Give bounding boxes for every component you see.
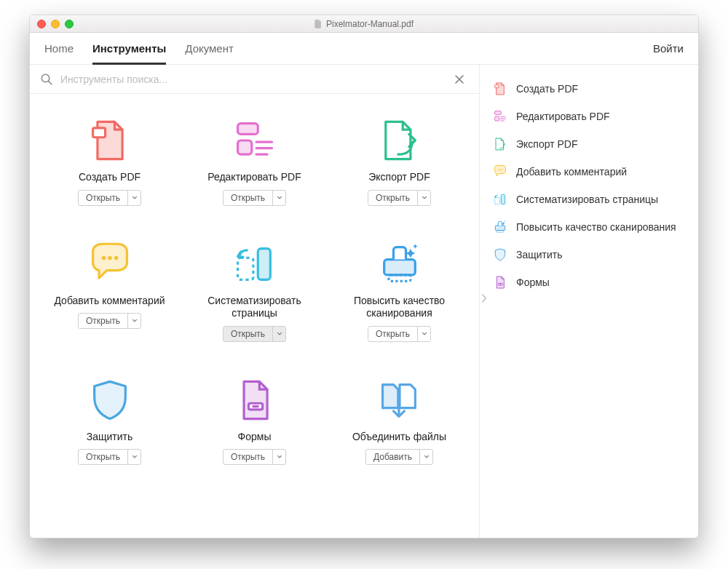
chevron-down-icon [417, 191, 430, 205]
sidebar-item-label: Добавить комментарий [516, 166, 627, 178]
forms-icon [493, 275, 507, 290]
close-icon [454, 74, 464, 84]
svg-rect-12 [237, 258, 253, 279]
tool-create-pdf: Создать PDFОткрыть [37, 116, 182, 206]
combine-open-button[interactable]: Добавить [365, 449, 433, 465]
window-title: Pixelmator-Manual.pdf [30, 19, 698, 29]
edit-pdf-open-button[interactable]: Открыть [223, 190, 286, 206]
sidebar-item-organize[interactable]: Систематизировать страницы [486, 186, 692, 213]
sidebar-item-add-comment[interactable]: Добавить комментарий [486, 158, 692, 186]
sidebar-item-export-pdf[interactable]: Экспорт PDF [486, 130, 692, 158]
tool-combine: Объединить файлыДобавить [327, 375, 472, 466]
tool-forms: ФормыОткрыть [182, 375, 327, 466]
create-pdf-icon [493, 81, 507, 96]
edit-pdf-icon [493, 109, 507, 124]
svg-rect-13 [384, 259, 415, 274]
search-input[interactable] [60, 73, 450, 85]
svg-point-25 [502, 170, 503, 171]
tool-label: Редактировать PDF [207, 171, 301, 184]
main-pane: Создать PDFОткрытьРедактировать PDFОткры… [30, 65, 480, 538]
organize-icon [493, 192, 507, 207]
protect-icon [84, 375, 135, 425]
tool-organize: Систематизировать страницыОткрыть [182, 239, 327, 342]
organize-open-button[interactable]: Открыть [223, 326, 286, 342]
sidebar-item-label: Создать PDF [516, 83, 578, 95]
svg-rect-19 [495, 116, 499, 121]
sidebar-item-enhance[interactable]: Повысить качество сканирования [486, 213, 692, 241]
search-clear-button[interactable] [450, 70, 469, 89]
combine-icon [374, 375, 425, 425]
export-pdf-icon [374, 116, 425, 165]
titlebar: Pixelmator-Manual.pdf [30, 15, 698, 33]
create-pdf-icon [84, 116, 135, 165]
button-label: Открыть [368, 327, 417, 341]
sidebar-item-forms[interactable]: Формы [486, 268, 692, 296]
tool-grid: Создать PDFОткрытьРедактировать PDFОткры… [30, 94, 479, 472]
search-icon [40, 73, 53, 86]
tab-tools[interactable]: Инструменты [92, 33, 166, 65]
tool-label: Создать PDF [79, 171, 141, 184]
svg-rect-11 [258, 248, 270, 279]
button-label: Открыть [79, 314, 127, 328]
button-label: Открыть [223, 327, 272, 341]
sidebar-item-label: Защитить [516, 249, 563, 260]
button-label: Открыть [223, 450, 272, 464]
document-icon [314, 20, 323, 28]
svg-line-1 [49, 81, 52, 84]
tool-label: Объединить файлы [352, 431, 446, 444]
svg-point-10 [114, 255, 117, 259]
protect-open-button[interactable]: Открыть [78, 449, 141, 465]
chevron-down-icon [127, 191, 141, 205]
tool-export-pdf: Экспорт PDFОткрыть [327, 116, 472, 206]
button-label: Открыть [79, 450, 127, 464]
enhance-open-button[interactable]: Открыть [368, 326, 431, 342]
svg-rect-4 [237, 140, 251, 154]
chevron-down-icon [417, 327, 430, 341]
svg-rect-2 [92, 128, 105, 138]
sidebar-item-label: Редактировать PDF [516, 111, 610, 122]
organize-icon [229, 239, 280, 289]
sidebar-item-create-pdf[interactable]: Создать PDF [486, 75, 692, 103]
add-comment-icon [493, 164, 507, 179]
chevron-down-icon [272, 191, 285, 205]
zoom-window-button[interactable] [65, 20, 74, 28]
forms-open-button[interactable]: Открыть [223, 449, 286, 465]
svg-rect-3 [237, 124, 258, 135]
tab-home[interactable]: Home [44, 33, 74, 65]
tool-edit-pdf: Редактировать PDFОткрыть [182, 116, 327, 206]
button-label: Открыть [223, 191, 272, 205]
tool-add-comment: Добавить комментарийОткрыть [37, 239, 182, 342]
sidebar-item-edit-pdf[interactable]: Редактировать PDF [486, 103, 692, 130]
button-label: Открыть [79, 191, 127, 205]
tool-label: Экспорт PDF [368, 171, 430, 184]
sidebar-item-label: Систематизировать страницы [516, 194, 658, 205]
close-window-button[interactable] [37, 20, 46, 28]
app-window: Pixelmator-Manual.pdf Home Инструменты Д… [29, 15, 699, 538]
export-pdf-open-button[interactable]: Открыть [368, 190, 431, 206]
tool-enhance: Повысить качество сканированияОткрыть [327, 239, 472, 342]
protect-icon [493, 247, 507, 262]
tool-label: Повысить качество сканирования [341, 295, 458, 320]
tool-label: Защитить [87, 431, 133, 444]
button-label: Открыть [368, 191, 417, 205]
body: Создать PDFОткрытьРедактировать PDFОткры… [30, 65, 698, 538]
pane-expander[interactable] [480, 292, 488, 305]
svg-point-8 [101, 255, 105, 259]
tool-label: Добавить комментарий [54, 295, 165, 308]
chevron-down-icon [272, 327, 285, 341]
window-controls [37, 20, 74, 28]
minimize-window-button[interactable] [51, 20, 60, 28]
svg-point-9 [108, 255, 111, 259]
tab-document[interactable]: Документ [185, 33, 234, 65]
login-link[interactable]: Войти [653, 42, 684, 55]
sidebar-item-label: Экспорт PDF [516, 138, 578, 150]
create-pdf-open-button[interactable]: Открыть [78, 190, 141, 206]
tool-label: Формы [238, 431, 272, 444]
add-comment-open-button[interactable]: Открыть [78, 313, 141, 329]
tool-grid-scroll[interactable]: Создать PDFОткрытьРедактировать PDFОткры… [30, 94, 479, 538]
forms-icon [229, 375, 280, 425]
chevron-down-icon [419, 450, 432, 464]
add-comment-icon [84, 239, 135, 289]
sidebar-item-protect[interactable]: Защитить [486, 241, 692, 268]
svg-rect-28 [495, 226, 505, 231]
